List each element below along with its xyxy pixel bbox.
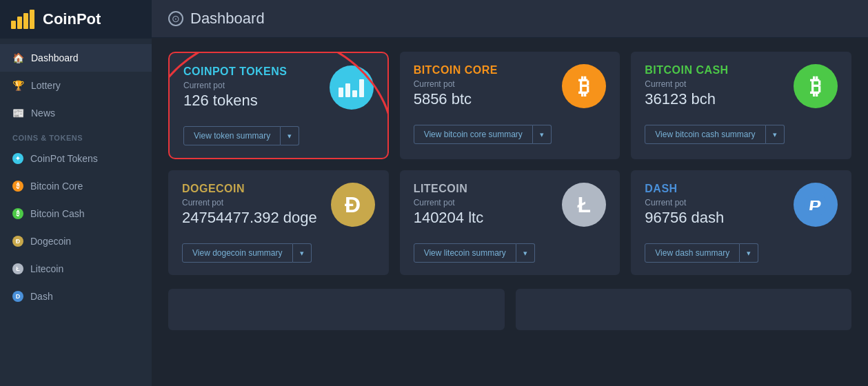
card-amount: 126 tokens — [183, 92, 287, 110]
bottom-partial-cards — [152, 289, 868, 341]
bitcoin-cash-icon: ₿ — [794, 64, 838, 108]
sidebar-item-litecoin[interactable]: Ł Litecoin — [0, 255, 152, 283]
view-dogecoin-summary-button[interactable]: View dogecoin summary — [182, 243, 293, 263]
sidebar-item-bitcoin-core[interactable]: ₿ Bitcoin Core — [0, 172, 152, 200]
sidebar-item-dash[interactable]: D Dash — [0, 283, 152, 310]
partial-card-right — [516, 289, 852, 330]
bar1 — [339, 88, 343, 97]
ltc-symbol: Ł — [578, 194, 592, 216]
bch-symbol: ₿ — [810, 75, 821, 97]
sidebar-nav: 🏠 Dashboard 🏆 Lottery 📰 News COINS & TOK… — [0, 39, 152, 316]
logo-text: CoinPot — [43, 10, 101, 28]
sidebar-item-label: Dash — [30, 291, 53, 302]
bitcoin-cash-dropdown-button[interactable]: ▾ — [766, 125, 785, 144]
dash-icon — [794, 183, 838, 227]
card-coin-name: DASH — [645, 183, 724, 195]
card-header: COINPOT TOKENS Current pot 126 tokens — [183, 65, 374, 119]
sidebar-item-label: Bitcoin Core — [30, 181, 83, 192]
coinpot-tokens-dot: ✦ — [12, 153, 23, 164]
sidebar-item-dashboard[interactable]: 🏠 Dashboard — [0, 44, 152, 72]
token-summary-dropdown-button[interactable]: ▾ — [281, 126, 299, 145]
card-coin-name: DOGECOIN — [182, 183, 317, 195]
card-header: LITECOIN Current pot 140204 ltc Ł — [414, 183, 607, 236]
view-litecoin-summary-button[interactable]: View litecoin summary — [414, 243, 516, 263]
sidebar-item-dogecoin[interactable]: Ð Dogecoin — [0, 227, 152, 255]
bitcoin-core-dropdown-button[interactable]: ▾ — [533, 125, 552, 144]
card-bitcoin-core: BITCOIN CORE Current pot 5856 btc ₿ View… — [400, 52, 620, 159]
sidebar-item-news[interactable]: 📰 News — [0, 99, 152, 127]
litecoin-dropdown-button[interactable]: ▾ — [516, 243, 535, 263]
dashboard-header-icon: ⊙ — [168, 11, 183, 26]
dash-dot: D — [12, 291, 23, 302]
card-header: DASH Current pot 96756 dash — [645, 183, 838, 236]
litecoin-icon: Ł — [562, 183, 606, 227]
card-label: Current pot — [414, 79, 498, 89]
svg-rect-0 — [11, 21, 16, 29]
trophy-icon: 🏆 — [12, 80, 24, 91]
page-title: Dashboard — [190, 10, 265, 28]
card-info: COINPOT TOKENS Current pot 126 tokens — [183, 65, 287, 119]
bar4 — [359, 79, 364, 97]
card-bitcoin-cash: BITCOIN CASH Current pot 36123 bch ₿ Vie… — [631, 52, 851, 159]
cards-grid: COINPOT TOKENS Current pot 126 tokens Vi… — [152, 38, 868, 289]
card-coin-name: LITECOIN — [414, 183, 484, 195]
sidebar-item-label: Litecoin — [30, 263, 63, 274]
logo-area: CoinPot — [0, 0, 152, 39]
dash-dropdown-button[interactable]: ▾ — [740, 243, 758, 263]
card-info: LITECOIN Current pot 140204 ltc — [414, 183, 484, 236]
card-actions: View dogecoin summary ▾ — [182, 243, 375, 263]
view-bitcoin-cash-summary-button[interactable]: View bitcoin cash summary — [645, 125, 765, 144]
sidebar-item-label: News — [31, 108, 55, 119]
sidebar-item-coinpot-tokens[interactable]: ✦ CoinPot Tokens — [0, 145, 152, 172]
card-litecoin: LITECOIN Current pot 140204 ltc Ł View l… — [400, 170, 620, 275]
card-info: BITCOIN CASH Current pot 36123 bch — [645, 64, 728, 118]
logo-icon — [11, 10, 36, 29]
view-bitcoin-core-summary-button[interactable]: View bitcoin core summary — [414, 125, 533, 144]
card-actions: View token summary ▾ — [183, 126, 374, 145]
bitcoin-core-icon: ₿ — [562, 64, 606, 108]
bar3 — [352, 90, 357, 97]
newspaper-icon: 📰 — [12, 108, 24, 119]
card-coinpot-tokens: COINPOT TOKENS Current pot 126 tokens Vi… — [168, 52, 389, 159]
sidebar-item-lottery[interactable]: 🏆 Lottery — [0, 72, 152, 99]
sidebar-item-label: CoinPot Tokens — [30, 153, 98, 164]
card-label: Current pot — [182, 198, 317, 207]
card-coin-name: BITCOIN CASH — [645, 64, 728, 77]
home-icon: 🏠 — [12, 52, 24, 63]
card-coin-name: COINPOT TOKENS — [183, 65, 287, 78]
btc-symbol: ₿ — [578, 75, 589, 97]
card-actions: View dash summary ▾ — [645, 243, 838, 263]
card-actions: View litecoin summary ▾ — [414, 243, 607, 263]
card-dash: DASH Current pot 96756 dash View dash su… — [631, 170, 851, 275]
sidebar-item-label: Dogecoin — [30, 236, 71, 247]
card-label: Current pot — [414, 198, 484, 207]
card-label: Current pot — [183, 81, 287, 90]
card-header: DOGECOIN Current pot 24754477.392 doge Ð — [182, 183, 375, 236]
dogecoin-icon: Ð — [331, 183, 375, 227]
bitcoin-core-dot: ₿ — [12, 181, 23, 192]
card-info: DOGECOIN Current pot 24754477.392 doge — [182, 183, 317, 236]
svg-rect-2 — [23, 13, 28, 29]
coins-tokens-label: COINS & TOKENS — [0, 127, 152, 145]
card-dogecoin: DOGECOIN Current pot 24754477.392 doge Ð… — [168, 170, 389, 275]
sidebar-item-bitcoin-cash[interactable]: ₿ Bitcoin Cash — [0, 200, 152, 227]
sidebar-item-label: Bitcoin Cash — [30, 208, 85, 219]
card-coin-name: BITCOIN CORE — [414, 64, 498, 77]
view-token-summary-button[interactable]: View token summary — [183, 126, 281, 145]
card-info: BITCOIN CORE Current pot 5856 btc — [414, 64, 498, 118]
card-amount: 140204 ltc — [414, 209, 484, 227]
card-amount: 36123 bch — [645, 90, 728, 108]
sidebar-item-label: Lottery — [31, 80, 61, 91]
card-header: BITCOIN CASH Current pot 36123 bch ₿ — [645, 64, 838, 118]
dogecoin-dropdown-button[interactable]: ▾ — [293, 243, 312, 263]
sidebar-item-label: Dashboard — [31, 52, 79, 63]
main-content: ⊙ Dashboard COINPOT TOKENS Current pot 1… — [152, 0, 868, 386]
card-actions: View bitcoin core summary ▾ — [414, 125, 607, 144]
page-header: ⊙ Dashboard — [152, 0, 868, 38]
view-dash-summary-button[interactable]: View dash summary — [645, 243, 740, 263]
card-info: DASH Current pot 96756 dash — [645, 183, 724, 236]
svg-rect-3 — [30, 10, 34, 29]
card-amount: 96756 dash — [645, 209, 724, 227]
litecoin-dot: Ł — [12, 263, 23, 274]
sidebar: CoinPot 🏠 Dashboard 🏆 Lottery 📰 News COI… — [0, 0, 152, 386]
